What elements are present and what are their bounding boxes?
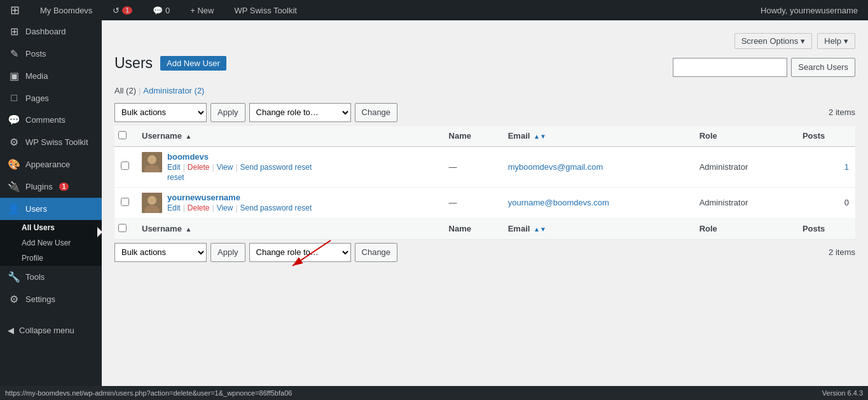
footer-email-sort-icon: ▲▼ <box>534 226 546 233</box>
howdy-item[interactable]: Howdy, yournewusername <box>755 0 863 20</box>
sidebar-item-settings[interactable]: ⚙ Settings <box>0 288 102 310</box>
appearance-link[interactable]: 🎨 Appearance <box>0 153 102 176</box>
row1-delete-link[interactable]: Delete <box>188 163 210 172</box>
header-posts: Posts <box>796 126 855 147</box>
table-row: boomdevs Edit | Delete <box>114 146 855 187</box>
select-all-bottom-checkbox[interactable] <box>118 224 127 232</box>
search-users-input[interactable] <box>673 58 787 77</box>
plugins-icon: 🔌 <box>8 181 20 193</box>
screen-options-button[interactable]: Screen Options ▾ <box>734 33 813 49</box>
row1-send-password-link[interactable]: Send password reset <box>240 163 312 172</box>
sidebar-item-plugins[interactable]: 🔌 Plugins 1 <box>0 176 102 198</box>
appearance-label: Appearance <box>25 160 70 169</box>
bulk-actions-bottom-select[interactable]: Bulk actionsDelete <box>114 243 207 262</box>
bulk-actions-top-select[interactable]: Bulk actionsDelete <box>114 103 207 122</box>
sidebar-item-appearance[interactable]: 🎨 Appearance <box>0 153 102 176</box>
row1-name-cell: — <box>443 146 502 187</box>
row1-email-link[interactable]: myboomdevs@gmail.com <box>508 162 603 172</box>
change-role-bottom-button[interactable]: Change <box>355 243 398 262</box>
sidebar-item-dashboard[interactable]: ⊞ Dashboard <box>0 20 102 43</box>
row1-edit-link[interactable]: Edit <box>167 163 181 172</box>
row1-posts-link[interactable]: 1 <box>844 162 849 172</box>
row2-username-link[interactable]: yournewusername <box>167 193 312 202</box>
sidebar-item-tools[interactable]: 🔧 Tools <box>0 266 102 288</box>
footer-username[interactable]: Username ▲ <box>135 218 443 239</box>
sidebar-item-posts[interactable]: ✎ Posts <box>0 43 102 65</box>
users-link[interactable]: 👤 Users <box>0 198 102 220</box>
status-bar-url[interactable]: https://my-boomdevs.net/wp-admin/users.p… <box>5 389 292 397</box>
sidebar-item-users[interactable]: 👤 Users All Users Add New User <box>0 198 102 266</box>
change-role-top-select[interactable]: Change role to…SubscriberContributorAuth… <box>249 103 351 122</box>
admin-bar: ⊞ My Boomdevs ↺ 1 💬 0 + New WP Swiss Too… <box>0 0 868 20</box>
updates-item[interactable]: ↺ 1 <box>107 0 137 20</box>
sidebar-item-comments[interactable]: 💬 Comments <box>0 109 102 131</box>
settings-link[interactable]: ⚙ Settings <box>0 288 102 310</box>
admin-menu: ⊞ Dashboard ✎ Posts ▣ Media □ Page <box>0 20 102 310</box>
row2-checkbox[interactable] <box>121 198 129 206</box>
media-link[interactable]: ▣ Media <box>0 65 102 87</box>
change-role-top-button[interactable]: Change <box>355 103 398 122</box>
wp-swiss-toolkit-link[interactable]: ⚙ WP Swiss Toolkit <box>0 131 102 153</box>
plugins-link[interactable]: 🔌 Plugins 1 <box>0 176 102 198</box>
help-button[interactable]: Help ▾ <box>817 33 855 49</box>
submenu-all-users[interactable]: All Users <box>0 220 102 235</box>
row1-checkbox[interactable] <box>121 162 129 170</box>
footer-email[interactable]: Email ▲▼ <box>502 218 693 239</box>
row2-user-info: yournewusername Edit | Delete <box>167 193 312 212</box>
sidebar-item-wp-swiss-toolkit[interactable]: ⚙ WP Swiss Toolkit <box>0 131 102 153</box>
status-bar: https://my-boomdevs.net/wp-admin/users.p… <box>0 386 868 400</box>
row2-delete-link[interactable]: Delete <box>188 203 210 212</box>
site-name-item[interactable]: My Boomdevs <box>35 0 97 20</box>
new-content-item[interactable]: + New <box>185 0 219 20</box>
header-username[interactable]: Username ▲ <box>135 126 443 147</box>
tablenav-top-left: Bulk actionsDelete Apply Change role to…… <box>114 103 397 122</box>
search-users-button[interactable]: Search Users <box>791 58 855 77</box>
page-title: Users <box>114 54 153 73</box>
appearance-icon: 🎨 <box>8 158 20 170</box>
users-label: Users <box>25 204 47 214</box>
row2-actions: Edit | Delete | View <box>167 203 312 212</box>
pages-link[interactable]: □ Pages <box>0 87 102 109</box>
users-submenu: All Users Add New User Profile <box>0 220 102 266</box>
apply-bottom-button[interactable]: Apply <box>210 243 245 262</box>
email-sort-icon: ▲▼ <box>534 133 546 140</box>
row1-checkbox-cell <box>114 146 135 187</box>
filter-all[interactable]: All (2) <box>114 86 136 95</box>
submenu-add-new-user[interactable]: Add New User <box>0 235 102 251</box>
plugins-label: Plugins <box>25 182 53 191</box>
table-row: yournewusername Edit | Delete <box>114 187 855 218</box>
wp-logo-item[interactable]: ⊞ <box>5 0 25 20</box>
row2-checkbox-cell <box>114 187 135 218</box>
collapse-menu[interactable]: ◀ Collapse menu <box>0 321 102 340</box>
tablenav-top-count: 2 items <box>829 107 855 117</box>
add-new-user-button[interactable]: Add New User <box>160 56 226 71</box>
footer-posts: Posts <box>796 218 855 239</box>
comments-count: 0 <box>165 6 170 15</box>
tools-link[interactable]: 🔧 Tools <box>0 266 102 288</box>
comments-item[interactable]: 💬 0 <box>148 0 175 20</box>
sidebar-item-media[interactable]: ▣ Media <box>0 65 102 87</box>
plugins-badge: 1 <box>59 183 69 191</box>
row2-view-link[interactable]: View <box>217 203 233 212</box>
change-role-bottom-select[interactable]: Change role to…SubscriberContributorAuth… <box>249 243 351 262</box>
row2-edit-link[interactable]: Edit <box>167 203 181 212</box>
posts-link[interactable]: ✎ Posts <box>0 43 102 65</box>
row1-username-link[interactable]: boomdevs <box>167 152 312 162</box>
row2-send-password-link[interactable]: Send password reset <box>240 203 312 212</box>
row1-reset-link[interactable]: reset <box>167 173 312 182</box>
sidebar-item-pages[interactable]: □ Pages <box>0 87 102 109</box>
row2-posts-cell: 0 <box>796 187 855 218</box>
comments-link[interactable]: 💬 Comments <box>0 109 102 131</box>
dashboard-link[interactable]: ⊞ Dashboard <box>0 20 102 43</box>
select-all-top-checkbox[interactable] <box>118 131 127 139</box>
filter-administrator[interactable]: Administrator (2) <box>143 86 204 95</box>
submenu-profile[interactable]: Profile <box>0 251 102 266</box>
apply-top-button[interactable]: Apply <box>210 103 245 122</box>
row2-name-cell: — <box>443 187 502 218</box>
page-title-area: Users Add New User <box>114 54 226 73</box>
plugin-item[interactable]: WP Swiss Toolkit <box>229 0 302 20</box>
svg-point-4 <box>148 196 156 205</box>
row2-email-link[interactable]: yourname@boomdevs.com <box>508 198 609 207</box>
row1-view-link[interactable]: View <box>217 163 233 172</box>
header-email[interactable]: Email ▲▼ <box>502 126 693 147</box>
